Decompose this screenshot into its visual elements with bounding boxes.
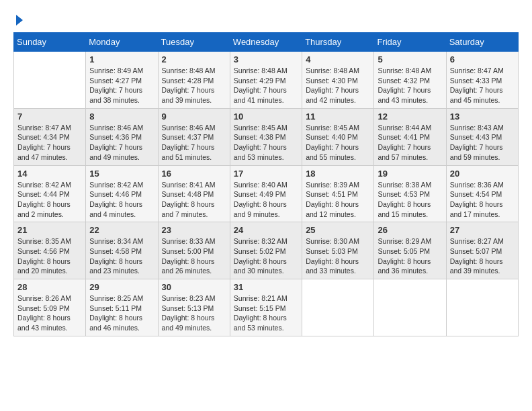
weekday-header-saturday: Saturday [446,33,518,52]
calendar-week-row: 7Sunrise: 8:47 AMSunset: 4:34 PMDaylight… [14,108,519,165]
calendar-cell: 19Sunrise: 8:38 AMSunset: 4:53 PMDayligh… [374,165,446,222]
day-info: Sunrise: 8:26 AMSunset: 5:09 PMDaylight:… [17,293,82,333]
calendar-cell: 31Sunrise: 8:21 AMSunset: 5:15 PMDayligh… [230,279,302,336]
calendar-cell: 13Sunrise: 8:43 AMSunset: 4:43 PMDayligh… [446,108,518,165]
weekday-header-monday: Monday [86,33,158,52]
day-number: 23 [162,225,226,235]
calendar-cell: 8Sunrise: 8:46 AMSunset: 4:36 PMDaylight… [86,108,158,165]
day-info: Sunrise: 8:21 AMSunset: 5:15 PMDaylight:… [234,293,298,333]
day-number: 15 [89,169,154,179]
day-info: Sunrise: 8:42 AMSunset: 4:44 PMDaylight:… [17,180,82,220]
calendar-cell: 12Sunrise: 8:44 AMSunset: 4:41 PMDayligh… [374,108,446,165]
calendar-cell: 27Sunrise: 8:27 AMSunset: 5:07 PMDayligh… [446,222,518,279]
calendar-cell: 28Sunrise: 8:26 AMSunset: 5:09 PMDayligh… [14,279,86,336]
day-info: Sunrise: 8:48 AMSunset: 4:32 PMDaylight:… [378,66,442,105]
calendar-cell: 10Sunrise: 8:45 AMSunset: 4:38 PMDayligh… [230,108,302,165]
calendar-cell: 4Sunrise: 8:48 AMSunset: 4:30 PMDaylight… [302,52,374,109]
day-info: Sunrise: 8:49 AMSunset: 4:27 PMDaylight:… [89,66,154,105]
day-number: 10 [234,111,298,122]
day-number: 1 [89,54,154,64]
weekday-header-sunday: Sunday [14,33,86,52]
calendar-cell: 9Sunrise: 8:46 AMSunset: 4:37 PMDaylight… [158,108,230,165]
calendar-cell: 30Sunrise: 8:23 AMSunset: 5:13 PMDayligh… [158,279,230,336]
day-number: 25 [306,225,370,235]
day-number: 7 [17,111,82,122]
day-number: 14 [17,169,82,179]
day-info: Sunrise: 8:33 AMSunset: 5:00 PMDaylight:… [162,236,226,276]
day-info: Sunrise: 8:29 AMSunset: 5:05 PMDaylight:… [378,236,442,276]
calendar-header-row: SundayMondayTuesdayWednesdayThursdayFrid… [14,33,519,52]
day-info: Sunrise: 8:27 AMSunset: 5:07 PMDaylight:… [450,236,515,276]
day-info: Sunrise: 8:43 AMSunset: 4:43 PMDaylight:… [450,123,515,163]
day-info: Sunrise: 8:36 AMSunset: 4:54 PMDaylight:… [450,180,515,220]
day-info: Sunrise: 8:38 AMSunset: 4:53 PMDaylight:… [378,180,442,220]
day-number: 27 [450,225,515,235]
calendar-cell: 23Sunrise: 8:33 AMSunset: 5:00 PMDayligh… [158,222,230,279]
day-info: Sunrise: 8:32 AMSunset: 5:02 PMDaylight:… [234,236,298,276]
calendar-cell: 15Sunrise: 8:42 AMSunset: 4:46 PMDayligh… [86,165,158,222]
day-number: 22 [89,225,154,235]
day-info: Sunrise: 8:40 AMSunset: 4:49 PMDaylight:… [234,180,298,220]
calendar-cell: 14Sunrise: 8:42 AMSunset: 4:44 PMDayligh… [14,165,86,222]
calendar-cell: 16Sunrise: 8:41 AMSunset: 4:48 PMDayligh… [158,165,230,222]
day-info: Sunrise: 8:47 AMSunset: 4:33 PMDaylight:… [450,66,515,105]
day-number: 8 [89,111,154,122]
day-number: 20 [450,169,515,179]
day-number: 31 [234,282,298,292]
day-info: Sunrise: 8:48 AMSunset: 4:30 PMDaylight:… [306,66,370,105]
calendar-cell: 2Sunrise: 8:48 AMSunset: 4:28 PMDaylight… [158,52,230,109]
day-info: Sunrise: 8:23 AMSunset: 5:13 PMDaylight:… [162,293,226,333]
calendar-cell [374,279,446,336]
day-info: Sunrise: 8:46 AMSunset: 4:36 PMDaylight:… [89,123,154,163]
day-info: Sunrise: 8:30 AMSunset: 5:03 PMDaylight:… [306,236,370,276]
day-number: 12 [378,111,442,122]
day-number: 2 [162,54,226,64]
calendar-cell: 18Sunrise: 8:39 AMSunset: 4:51 PMDayligh… [302,165,374,222]
day-number: 9 [162,111,226,122]
day-number: 26 [378,225,442,235]
day-info: Sunrise: 8:45 AMSunset: 4:40 PMDaylight:… [306,123,370,163]
calendar-cell [302,279,374,336]
calendar-cell [14,52,86,109]
calendar-cell: 26Sunrise: 8:29 AMSunset: 5:05 PMDayligh… [374,222,446,279]
calendar-cell: 29Sunrise: 8:25 AMSunset: 5:11 PMDayligh… [86,279,158,336]
calendar-cell: 7Sunrise: 8:47 AMSunset: 4:34 PMDaylight… [14,108,86,165]
day-info: Sunrise: 8:45 AMSunset: 4:38 PMDaylight:… [234,123,298,163]
weekday-header-tuesday: Tuesday [158,33,230,52]
calendar-cell: 5Sunrise: 8:48 AMSunset: 4:32 PMDaylight… [374,52,446,109]
calendar-cell: 11Sunrise: 8:45 AMSunset: 4:40 PMDayligh… [302,108,374,165]
day-number: 19 [378,169,442,179]
weekday-header-friday: Friday [374,33,446,52]
calendar-cell: 6Sunrise: 8:47 AMSunset: 4:33 PMDaylight… [446,52,518,109]
logo-arrow-icon [16,15,23,26]
day-number: 18 [306,169,370,179]
day-number: 6 [450,54,515,64]
day-number: 17 [234,169,298,179]
calendar-cell: 21Sunrise: 8:35 AMSunset: 4:56 PMDayligh… [14,222,86,279]
day-info: Sunrise: 8:41 AMSunset: 4:48 PMDaylight:… [162,180,226,220]
day-number: 4 [306,54,370,64]
calendar-cell [446,279,518,336]
day-number: 28 [17,282,82,292]
calendar-week-row: 1Sunrise: 8:49 AMSunset: 4:27 PMDaylight… [14,52,519,109]
day-number: 13 [450,111,515,122]
calendar-cell: 22Sunrise: 8:34 AMSunset: 4:58 PMDayligh… [86,222,158,279]
day-number: 24 [234,225,298,235]
calendar-table: SundayMondayTuesdayWednesdayThursdayFrid… [13,32,519,336]
calendar-cell: 1Sunrise: 8:49 AMSunset: 4:27 PMDaylight… [86,52,158,109]
calendar-cell: 17Sunrise: 8:40 AMSunset: 4:49 PMDayligh… [230,165,302,222]
page-header [13,13,519,26]
calendar-cell: 25Sunrise: 8:30 AMSunset: 5:03 PMDayligh… [302,222,374,279]
day-info: Sunrise: 8:39 AMSunset: 4:51 PMDaylight:… [306,180,370,220]
day-info: Sunrise: 8:42 AMSunset: 4:46 PMDaylight:… [89,180,154,220]
day-number: 29 [89,282,154,292]
day-number: 21 [17,225,82,235]
day-info: Sunrise: 8:47 AMSunset: 4:34 PMDaylight:… [17,123,82,163]
calendar-cell: 3Sunrise: 8:48 AMSunset: 4:29 PMDaylight… [230,52,302,109]
day-number: 16 [162,169,226,179]
calendar-week-row: 14Sunrise: 8:42 AMSunset: 4:44 PMDayligh… [14,165,519,222]
day-number: 3 [234,54,298,64]
day-info: Sunrise: 8:35 AMSunset: 4:56 PMDaylight:… [17,236,82,276]
day-info: Sunrise: 8:48 AMSunset: 4:28 PMDaylight:… [162,66,226,105]
day-info: Sunrise: 8:44 AMSunset: 4:41 PMDaylight:… [378,123,442,163]
